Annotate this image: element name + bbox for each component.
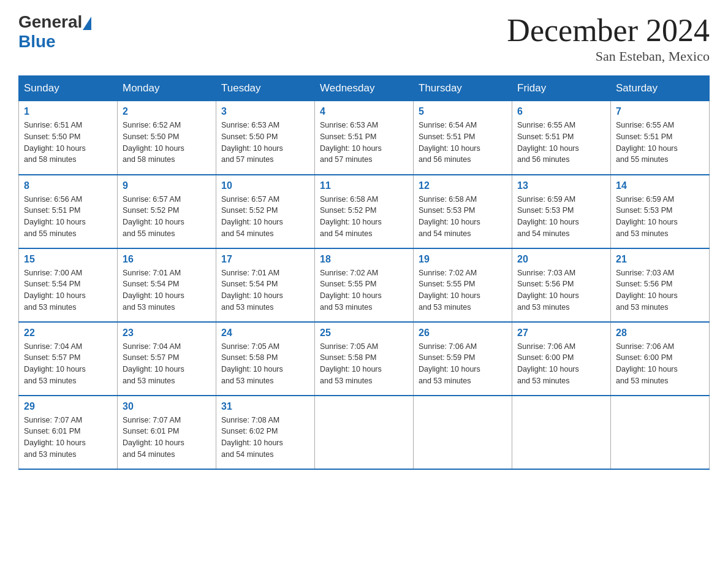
title-section: December 2024 San Esteban, Mexico — [507, 12, 710, 64]
day-number: 9 — [123, 180, 211, 191]
day-info: Sunrise: 7:06 AMSunset: 6:00 PMDaylight:… — [517, 341, 605, 387]
day-info: Sunrise: 7:05 AMSunset: 5:58 PMDaylight:… — [320, 341, 408, 387]
day-number: 18 — [320, 254, 408, 265]
day-number: 25 — [320, 327, 408, 339]
calendar-cell — [611, 396, 710, 469]
day-number: 21 — [616, 254, 704, 265]
day-info: Sunrise: 7:04 AMSunset: 5:57 PMDaylight:… — [123, 341, 211, 387]
calendar-cell: 20Sunrise: 7:03 AMSunset: 5:56 PMDayligh… — [512, 248, 611, 322]
calendar-cell: 3Sunrise: 6:53 AMSunset: 5:50 PMDaylight… — [216, 101, 315, 175]
calendar-cell: 13Sunrise: 6:59 AMSunset: 5:53 PMDayligh… — [512, 175, 611, 248]
calendar-cell: 8Sunrise: 6:56 AMSunset: 5:51 PMDaylight… — [19, 175, 118, 248]
logo: General Blue — [18, 12, 92, 52]
day-number: 4 — [320, 106, 408, 117]
calendar-cell: 1Sunrise: 6:51 AMSunset: 5:50 PMDaylight… — [19, 101, 118, 175]
day-number: 8 — [24, 180, 112, 191]
day-info: Sunrise: 7:01 AMSunset: 5:54 PMDaylight:… — [221, 267, 309, 313]
logo-triangle-icon — [83, 17, 91, 30]
day-info: Sunrise: 7:06 AMSunset: 6:00 PMDaylight:… — [616, 341, 704, 387]
calendar-cell: 27Sunrise: 7:06 AMSunset: 6:00 PMDayligh… — [512, 322, 611, 396]
calendar-week-3: 15Sunrise: 7:00 AMSunset: 5:54 PMDayligh… — [19, 248, 710, 322]
day-info: Sunrise: 7:08 AMSunset: 6:02 PMDaylight:… — [221, 415, 309, 461]
logo-general-text: General — [18, 12, 82, 32]
day-number: 1 — [24, 106, 112, 117]
calendar-cell: 15Sunrise: 7:00 AMSunset: 5:54 PMDayligh… — [19, 248, 118, 322]
weekday-header-sunday: Sunday — [19, 76, 118, 101]
calendar-cell: 10Sunrise: 6:57 AMSunset: 5:52 PMDayligh… — [216, 175, 315, 248]
calendar-cell: 24Sunrise: 7:05 AMSunset: 5:58 PMDayligh… — [216, 322, 315, 396]
day-info: Sunrise: 7:02 AMSunset: 5:55 PMDaylight:… — [419, 267, 507, 313]
calendar-cell: 22Sunrise: 7:04 AMSunset: 5:57 PMDayligh… — [19, 322, 118, 396]
day-info: Sunrise: 6:58 AMSunset: 5:52 PMDaylight:… — [320, 194, 408, 240]
calendar-week-4: 22Sunrise: 7:04 AMSunset: 5:57 PMDayligh… — [19, 322, 710, 396]
calendar-cell: 25Sunrise: 7:05 AMSunset: 5:58 PMDayligh… — [315, 322, 414, 396]
calendar-cell: 17Sunrise: 7:01 AMSunset: 5:54 PMDayligh… — [216, 248, 315, 322]
calendar-cell: 18Sunrise: 7:02 AMSunset: 5:55 PMDayligh… — [315, 248, 414, 322]
day-number: 24 — [221, 327, 309, 339]
day-info: Sunrise: 7:03 AMSunset: 5:56 PMDaylight:… — [517, 267, 605, 313]
day-number: 17 — [221, 254, 309, 265]
calendar-cell: 30Sunrise: 7:07 AMSunset: 6:01 PMDayligh… — [118, 396, 216, 469]
day-info: Sunrise: 6:53 AMSunset: 5:50 PMDaylight:… — [221, 120, 309, 166]
day-info: Sunrise: 6:57 AMSunset: 5:52 PMDaylight:… — [123, 194, 211, 240]
calendar-week-2: 8Sunrise: 6:56 AMSunset: 5:51 PMDaylight… — [19, 175, 710, 248]
calendar-cell: 21Sunrise: 7:03 AMSunset: 5:56 PMDayligh… — [611, 248, 710, 322]
weekday-header-tuesday: Tuesday — [216, 76, 315, 101]
location-subtitle: San Esteban, Mexico — [507, 48, 710, 64]
day-number: 12 — [419, 180, 507, 191]
calendar-cell: 31Sunrise: 7:08 AMSunset: 6:02 PMDayligh… — [216, 396, 315, 469]
calendar-cell: 29Sunrise: 7:07 AMSunset: 6:01 PMDayligh… — [19, 396, 118, 469]
day-info: Sunrise: 6:55 AMSunset: 5:51 PMDaylight:… — [517, 120, 605, 166]
day-number: 15 — [24, 254, 112, 265]
day-info: Sunrise: 7:03 AMSunset: 5:56 PMDaylight:… — [616, 267, 704, 313]
calendar-cell: 16Sunrise: 7:01 AMSunset: 5:54 PMDayligh… — [118, 248, 216, 322]
day-number: 30 — [123, 401, 211, 412]
day-info: Sunrise: 6:56 AMSunset: 5:51 PMDaylight:… — [24, 194, 112, 240]
calendar-cell: 4Sunrise: 6:53 AMSunset: 5:51 PMDaylight… — [315, 101, 414, 175]
day-number: 16 — [123, 254, 211, 265]
logo-text: General — [18, 12, 92, 32]
day-info: Sunrise: 7:05 AMSunset: 5:58 PMDaylight:… — [221, 341, 309, 387]
day-number: 19 — [419, 254, 507, 265]
day-info: Sunrise: 6:53 AMSunset: 5:51 PMDaylight:… — [320, 120, 408, 166]
day-number: 3 — [221, 106, 309, 117]
day-info: Sunrise: 7:06 AMSunset: 5:59 PMDaylight:… — [419, 341, 507, 387]
weekday-header-friday: Friday — [512, 76, 611, 101]
calendar-cell: 9Sunrise: 6:57 AMSunset: 5:52 PMDaylight… — [118, 175, 216, 248]
day-info: Sunrise: 7:04 AMSunset: 5:57 PMDaylight:… — [24, 341, 112, 387]
calendar-week-5: 29Sunrise: 7:07 AMSunset: 6:01 PMDayligh… — [19, 396, 710, 469]
calendar-cell: 5Sunrise: 6:54 AMSunset: 5:51 PMDaylight… — [414, 101, 512, 175]
day-info: Sunrise: 7:07 AMSunset: 6:01 PMDaylight:… — [24, 415, 112, 461]
weekday-header-wednesday: Wednesday — [315, 76, 414, 101]
day-number: 23 — [123, 327, 211, 339]
day-number: 28 — [616, 327, 704, 339]
day-info: Sunrise: 6:52 AMSunset: 5:50 PMDaylight:… — [123, 120, 211, 166]
calendar-cell: 23Sunrise: 7:04 AMSunset: 5:57 PMDayligh… — [118, 322, 216, 396]
page-header: General Blue December 2024 San Esteban, … — [18, 12, 710, 64]
calendar-cell: 7Sunrise: 6:55 AMSunset: 5:51 PMDaylight… — [611, 101, 710, 175]
day-number: 27 — [517, 327, 605, 339]
calendar-cell: 11Sunrise: 6:58 AMSunset: 5:52 PMDayligh… — [315, 175, 414, 248]
day-info: Sunrise: 6:59 AMSunset: 5:53 PMDaylight:… — [616, 194, 704, 240]
day-number: 22 — [24, 327, 112, 339]
day-info: Sunrise: 7:00 AMSunset: 5:54 PMDaylight:… — [24, 267, 112, 313]
day-number: 6 — [517, 106, 605, 117]
calendar-table: SundayMondayTuesdayWednesdayThursdayFrid… — [18, 75, 710, 470]
weekday-header-saturday: Saturday — [611, 76, 710, 101]
day-number: 31 — [221, 401, 309, 412]
calendar-cell: 12Sunrise: 6:58 AMSunset: 5:53 PMDayligh… — [414, 175, 512, 248]
day-info: Sunrise: 6:54 AMSunset: 5:51 PMDaylight:… — [419, 120, 507, 166]
calendar-cell: 6Sunrise: 6:55 AMSunset: 5:51 PMDaylight… — [512, 101, 611, 175]
weekday-header-thursday: Thursday — [414, 76, 512, 101]
day-number: 2 — [123, 106, 211, 117]
day-info: Sunrise: 6:55 AMSunset: 5:51 PMDaylight:… — [616, 120, 704, 166]
calendar-week-1: 1Sunrise: 6:51 AMSunset: 5:50 PMDaylight… — [19, 101, 710, 175]
calendar-cell: 19Sunrise: 7:02 AMSunset: 5:55 PMDayligh… — [414, 248, 512, 322]
day-info: Sunrise: 6:58 AMSunset: 5:53 PMDaylight:… — [419, 194, 507, 240]
day-number: 29 — [24, 401, 112, 412]
day-number: 10 — [221, 180, 309, 191]
calendar-cell — [512, 396, 611, 469]
day-number: 26 — [419, 327, 507, 339]
calendar-cell: 2Sunrise: 6:52 AMSunset: 5:50 PMDaylight… — [118, 101, 216, 175]
weekday-header-row: SundayMondayTuesdayWednesdayThursdayFrid… — [19, 76, 710, 101]
